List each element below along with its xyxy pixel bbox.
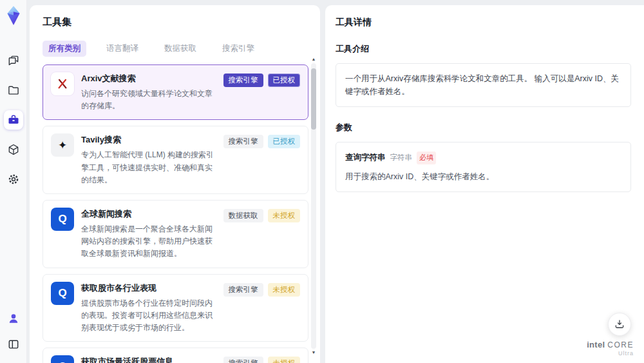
app-logo-icon	[3, 5, 24, 26]
page-title: 工具集	[43, 16, 303, 28]
brand-intel: intel	[587, 340, 605, 349]
param-name: 查询字符串	[345, 151, 386, 164]
tool-card-arxiv[interactable]: Arxiv文献搜索 访问各个研究领域大量科学论文和文章的存储库。 搜索引擎 已授…	[43, 64, 308, 120]
settings-gear-icon[interactable]	[4, 170, 23, 189]
tool-name: Arxiv文献搜索	[81, 73, 216, 84]
user-avatar-icon[interactable]	[4, 309, 23, 328]
param-box: 查询字符串 字符串 必填 用于搜索的Arxiv ID、关键字或作者姓名。	[336, 142, 631, 192]
left-rail	[0, 0, 27, 363]
auth-status-badge: 未授权	[268, 357, 301, 363]
param-type: 字符串	[390, 152, 413, 163]
intro-text: 一个用于从Arxiv存储库搜索科学论文和文章的工具。 输入可以是Arxiv ID…	[345, 74, 619, 96]
blue-app-icon: Q	[51, 355, 74, 363]
auth-status-badge: 已授权	[268, 74, 301, 87]
tool-name: 获取股市各行业表现	[81, 282, 216, 294]
category-badge: 搜索引擎	[223, 283, 263, 297]
arxiv-logo-icon	[51, 72, 74, 95]
vertical-scrollbar[interactable]: ▲ ▼	[310, 57, 317, 355]
brand-ultra: Ultra	[587, 350, 634, 357]
tool-card-active-stocks[interactable]: Q 获取市场最活跃股票信息 提供当天交易量最高的股票列表，投资者可以利用这些信息…	[43, 348, 308, 363]
tab-language-translation[interactable]: 语言翻译	[100, 41, 144, 57]
category-tabs: 所有类别 语言翻译 数据获取 搜索引擎	[43, 41, 303, 57]
scroll-up-arrow[interactable]: ▲	[312, 57, 316, 62]
blue-app-icon: Q	[51, 208, 74, 231]
scrollbar-track[interactable]	[311, 63, 316, 349]
panel-toggle-icon[interactable]	[4, 335, 23, 354]
intro-box: 一个用于从Arxiv存储库搜索科学论文和文章的工具。 输入可以是Arxiv ID…	[336, 63, 631, 107]
tool-description: 全球新闻搜索是一个聚合全球各大新闻网站内容的搜索引擎，帮助用户快速获取全球最新资…	[81, 223, 216, 260]
tab-search-engine[interactable]: 搜索引擎	[216, 41, 260, 57]
tool-list-panel: 工具集 所有类别 语言翻译 数据获取 搜索引擎 Arxiv文献搜索	[30, 5, 320, 363]
scroll-down-arrow[interactable]: ▼	[312, 350, 316, 355]
auth-status-badge: 已授权	[268, 135, 301, 148]
tool-detail-panel: 工具详情 工具介绍 一个用于从Arxiv存储库搜索科学论文和文章的工具。 输入可…	[325, 5, 644, 363]
tavily-star-icon: ✦	[51, 133, 74, 157]
tool-card-global-news[interactable]: Q 全球新闻搜索 全球新闻搜索是一个聚合全球各大新闻网站内容的搜索引擎，帮助用户…	[43, 200, 308, 268]
category-badge: 搜索引擎	[223, 135, 263, 148]
folder-icon[interactable]	[4, 81, 23, 100]
params-heading: 参数	[336, 122, 631, 133]
cube-icon[interactable]	[4, 140, 23, 159]
tool-description: 访问各个研究领域大量科学论文和文章的存储库。	[81, 88, 216, 112]
intro-heading: 工具介绍	[336, 43, 631, 55]
tool-cards: Arxiv文献搜索 访问各个研究领域大量科学论文和文章的存储库。 搜索引擎 已授…	[43, 64, 308, 363]
rail-nav	[4, 51, 23, 189]
category-badge: 数据获取	[223, 209, 263, 222]
auth-status-badge: 未授权	[268, 209, 301, 222]
tab-data-fetch[interactable]: 数据获取	[158, 41, 202, 57]
tool-card-sector-performance[interactable]: Q 获取股市各行业表现 提供股票市场各个行业在特定时间段内的表现。投资者可以利用…	[43, 274, 308, 342]
tool-card-tavily[interactable]: ✦ Tavily搜索 专为人工智能代理 (LLM) 构建的搜索引擎工具，可快速提…	[43, 126, 308, 194]
scrollbar-thumb[interactable]	[311, 68, 316, 130]
param-description: 用于搜索的Arxiv ID、关键字或作者姓名。	[345, 170, 621, 183]
blue-app-icon: Q	[51, 282, 74, 305]
param-required-badge: 必填	[417, 152, 436, 164]
tool-name: Tavily搜索	[81, 134, 216, 146]
download-button[interactable]	[608, 313, 631, 336]
detail-title: 工具详情	[336, 17, 631, 28]
toolbox-icon[interactable]	[4, 110, 23, 130]
chat-icon[interactable]	[4, 51, 23, 70]
category-badge: 搜索引擎	[223, 357, 263, 363]
category-badge: 搜索引擎	[223, 74, 263, 87]
tab-all-categories[interactable]: 所有类别	[43, 41, 86, 57]
brand-core: CORE	[607, 340, 634, 349]
tool-description: 专为人工智能代理 (LLM) 构建的搜索引擎工具，可快速提供实时、准确和真实的结…	[81, 149, 216, 186]
app-window: 工具集 所有类别 语言翻译 数据获取 搜索引擎 Arxiv文献搜索	[0, 0, 644, 363]
rail-bottom	[4, 309, 23, 363]
tool-name: 全球新闻搜索	[81, 208, 216, 220]
auth-status-badge: 未授权	[268, 283, 301, 297]
tool-name: 获取市场最活跃股票信息	[81, 356, 216, 363]
intel-core-logo: intel CORE Ultra	[587, 340, 634, 357]
tool-description: 提供股票市场各个行业在特定时间段内的表现。投资者可以利用这些信息来识别表现优于或…	[81, 297, 216, 335]
